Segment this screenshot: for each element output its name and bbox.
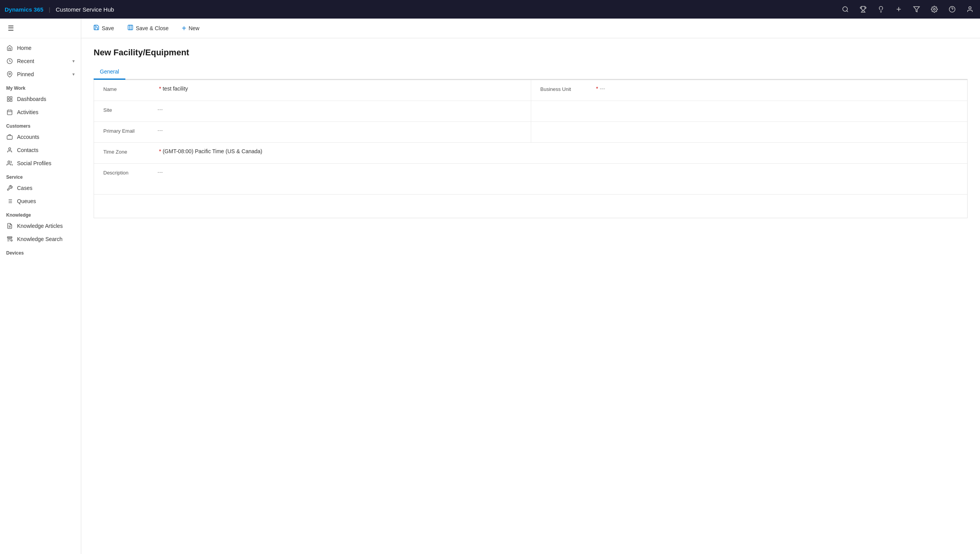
- chevron-down-icon: ▾: [72, 72, 75, 77]
- sidebar-item-contacts[interactable]: Contacts: [0, 144, 81, 157]
- site-value[interactable]: ---: [157, 106, 522, 113]
- home-icon: [6, 44, 13, 51]
- knowledge-articles-icon: [6, 222, 13, 229]
- sidebar-item-label: Recent: [17, 58, 68, 64]
- sidebar-item-dashboards[interactable]: Dashboards: [0, 92, 81, 106]
- search-icon[interactable]: [840, 4, 851, 15]
- trophy-icon[interactable]: [858, 4, 869, 15]
- social-profiles-icon: [6, 160, 13, 167]
- sidebar-item-cases[interactable]: Cases: [0, 181, 81, 195]
- main-layout: ☰ Home Recent ▾ Pinned ▾: [0, 19, 980, 554]
- site-label: Site: [103, 106, 157, 113]
- section-label-devices: Devices: [0, 246, 81, 257]
- description-label: Description: [103, 169, 157, 176]
- chevron-down-icon: ▾: [72, 58, 75, 64]
- brand: Dynamics 365 | Customer Service Hub: [5, 6, 114, 13]
- sidebar-item-label: Pinned: [17, 71, 68, 77]
- top-nav-icons: +: [840, 4, 975, 15]
- brand-logo: Dynamics 365: [5, 6, 43, 13]
- activities-icon: [6, 109, 13, 116]
- save-close-label: Save & Close: [136, 25, 169, 31]
- tab-general-label: General: [100, 68, 119, 75]
- sidebar-item-queues[interactable]: Queues: [0, 195, 81, 208]
- svg-rect-16: [7, 136, 12, 139]
- time-zone-label: Time Zone: [103, 148, 157, 155]
- sidebar-item-knowledge-articles[interactable]: Knowledge Articles: [0, 219, 81, 233]
- section-label-knowledge: Knowledge: [0, 208, 81, 219]
- lightbulb-icon[interactable]: [876, 4, 886, 15]
- content-area: Save Save & Close + New New Facility/Equ…: [81, 19, 980, 554]
- business-unit-label: Business Unit: [540, 85, 595, 92]
- cases-icon: [6, 185, 13, 192]
- svg-point-7: [9, 73, 10, 75]
- sidebar-item-label: Social Profiles: [17, 160, 75, 166]
- hamburger-button[interactable]: ☰: [6, 22, 15, 34]
- section-label-service: Service: [0, 170, 81, 181]
- toolbar: Save Save & Close + New: [81, 19, 980, 38]
- name-required: *: [159, 85, 161, 92]
- queues-icon: [6, 198, 13, 205]
- svg-rect-8: [7, 97, 9, 99]
- settings-icon[interactable]: [929, 4, 940, 15]
- name-cell: Name * test facility: [94, 80, 531, 101]
- add-global-icon[interactable]: +: [893, 4, 904, 15]
- sidebar-item-label: Knowledge Search: [17, 236, 75, 242]
- recent-icon: [6, 58, 13, 65]
- tab-general[interactable]: General: [94, 65, 125, 80]
- sidebar-item-accounts[interactable]: Accounts: [0, 130, 81, 144]
- description-row: Description ---: [94, 164, 967, 195]
- sidebar-item-home[interactable]: Home: [0, 41, 81, 55]
- sidebar-item-label: Knowledge Articles: [17, 223, 75, 229]
- save-button[interactable]: Save: [87, 22, 120, 35]
- svg-rect-11: [7, 99, 9, 101]
- user-icon[interactable]: [965, 4, 975, 15]
- save-icon: [93, 24, 99, 32]
- form-grid: Name * test facility Business Unit * ---…: [94, 80, 967, 218]
- svg-marker-1: [914, 7, 920, 12]
- sidebar-item-knowledge-search[interactable]: Knowledge Search: [0, 233, 81, 246]
- top-nav: Dynamics 365 | Customer Service Hub +: [0, 0, 980, 19]
- dashboards-icon: [6, 96, 13, 103]
- svg-point-18: [8, 161, 10, 163]
- site-cell: Site ---: [94, 101, 531, 122]
- name-label: Name: [103, 85, 157, 92]
- sidebar-item-label: Home: [17, 45, 75, 51]
- description-value[interactable]: ---: [157, 169, 958, 175]
- sidebar-item-pinned[interactable]: Pinned ▾: [0, 68, 81, 81]
- new-button[interactable]: + New: [176, 22, 205, 35]
- accounts-icon: [6, 133, 13, 140]
- sidebar-item-label: Accounts: [17, 134, 75, 140]
- svg-point-5: [969, 7, 971, 9]
- section-label-mywork: My Work: [0, 81, 81, 92]
- business-unit-value[interactable]: ---: [600, 85, 958, 92]
- new-label: New: [188, 25, 199, 31]
- filter-icon[interactable]: [911, 4, 922, 15]
- new-icon: +: [182, 24, 186, 32]
- time-zone-value[interactable]: (GMT-08:00) Pacific Time (US & Canada): [162, 148, 958, 154]
- svg-point-2: [934, 9, 936, 10]
- primary-email-value[interactable]: ---: [157, 127, 522, 133]
- empty-row-1: [94, 195, 967, 218]
- form-content: New Facility/Equipment General Name * te…: [81, 38, 980, 554]
- time-zone-required: *: [159, 148, 161, 154]
- site-empty-cell: [531, 101, 968, 122]
- primary-email-cell: Primary Email ---: [94, 122, 531, 143]
- knowledge-search-icon: [6, 236, 13, 243]
- sidebar-nav: Home Recent ▾ Pinned ▾ My Work: [0, 38, 81, 260]
- svg-point-0: [843, 7, 847, 11]
- app-name: Customer Service Hub: [56, 6, 114, 13]
- help-icon[interactable]: [947, 4, 958, 15]
- time-zone-row: Time Zone * (GMT-08:00) Pacific Time (US…: [94, 143, 967, 164]
- sidebar-item-activities[interactable]: Activities: [0, 106, 81, 119]
- sidebar-item-social-profiles[interactable]: Social Profiles: [0, 157, 81, 170]
- business-unit-cell: Business Unit * ---: [531, 80, 968, 101]
- svg-point-17: [9, 148, 10, 150]
- name-value[interactable]: test facility: [162, 85, 521, 92]
- form-title: New Facility/Equipment: [94, 48, 968, 58]
- save-close-button[interactable]: Save & Close: [121, 22, 174, 35]
- svg-rect-10: [10, 99, 12, 101]
- sidebar-item-recent[interactable]: Recent ▾: [0, 55, 81, 68]
- sidebar-item-label: Activities: [17, 109, 75, 115]
- contacts-icon: [6, 147, 13, 154]
- save-label: Save: [102, 25, 114, 31]
